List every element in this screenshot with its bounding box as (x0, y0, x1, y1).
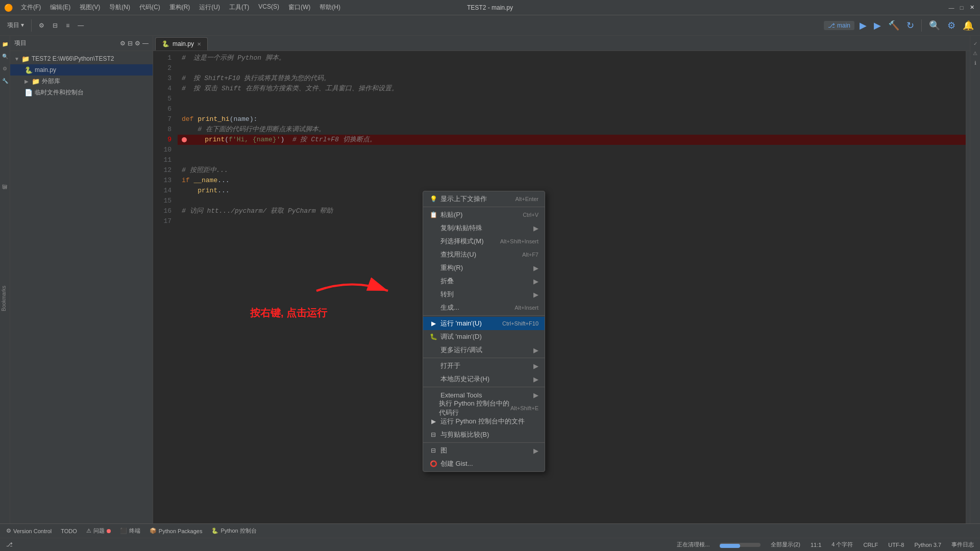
tree-item-scratches[interactable]: 📄 临时文件和控制台 (10, 87, 153, 98)
ctx-item-more-run[interactable]: 更多运行/调试 ▶ (423, 343, 545, 357)
ctx-item-git[interactable]: ⊟ 图 ▶ (423, 444, 545, 457)
ctx-item-paste-special[interactable]: 复制/粘贴特殊 ▶ (423, 221, 545, 235)
red-arrow-svg (311, 276, 393, 306)
ctx-item-open-in[interactable]: 打开于 ▶ (423, 359, 545, 372)
code-editor[interactable]: 1 2 3 4 5 6 7 8 9 10 11 12 13 14 15 16 1… (153, 51, 970, 523)
left-icon-bar: 📁 🔍 ⚙ 🔧 (0, 36, 10, 523)
window-title: TEST2 - main.py (467, 4, 513, 11)
console-icon: 🐍 (211, 528, 218, 534)
menu-help[interactable]: 帮助(H) (315, 2, 345, 13)
ctx-item-show-context-actions[interactable]: 💡 显示上下文操作 Alt+Enter (423, 192, 545, 206)
ctx-label-compare: 与剪贴板比较(B) (440, 430, 489, 439)
folder-icon: 📁 (21, 55, 30, 63)
tree-settings-btn[interactable]: ⚙ (135, 40, 140, 47)
ctx-item-paste[interactable]: 📋 粘贴(P) Ctrl+V (423, 208, 545, 221)
status-git-icon[interactable]: ⎇ (4, 541, 15, 548)
ctx-arrow-3: ▶ (533, 224, 538, 232)
left-icon-3[interactable]: ⚙ (1, 64, 9, 72)
tab-version-control[interactable]: ⚙ Version Control (2, 525, 56, 537)
menu-navigate[interactable]: 导航(N) (105, 2, 134, 13)
ctx-item-debug-main[interactable]: 🐛 调试 'main'(D) (423, 330, 545, 343)
ctx-label-goto: 转到 (440, 290, 454, 299)
tab-python-packages[interactable]: 📦 Python Packages (145, 525, 207, 537)
code-content[interactable]: # 这是一个示例 Python 脚本。 # 按 Shift+F10 执行或将其替… (178, 51, 966, 523)
right-icon-2[interactable]: ⚠ (972, 49, 978, 57)
python-console-label: Python 控制台 (220, 527, 256, 535)
toolbar-settings-btn[interactable]: ⚙ (36, 20, 47, 31)
tree-collapse-btn[interactable]: — (142, 40, 149, 47)
menu-edit[interactable]: 编辑(E) (46, 2, 75, 13)
ctx-item-compare-clipboard[interactable]: ⊟ 与剪贴板比较(B) (423, 428, 545, 441)
tab-problems[interactable]: ⚠ 问题 (82, 525, 115, 537)
tab-python-console[interactable]: 🐍 Python 控制台 (207, 525, 260, 537)
ctx-item-run-python-file[interactable]: ▶ 运行 Python 控制台中的文件 (423, 415, 545, 428)
ctx-item-exec-in-python[interactable]: 执行 Python 控制台中的代码行 Alt+Shift+E (423, 402, 545, 415)
right-icon-3[interactable]: ℹ (973, 59, 977, 67)
ctx-item-run-main[interactable]: ▶ 运行 'main'(U) Ctrl+Shift+F10 (423, 317, 545, 330)
ctx-item-find-usages[interactable]: 查找用法(U) Alt+F7 (423, 248, 545, 261)
tree-gear-btn[interactable]: ⚙ (120, 40, 126, 47)
run-button[interactable]: ▶ (857, 20, 869, 31)
status-indexing: 正在清理根... (675, 540, 712, 549)
tab-todo[interactable]: TODO (57, 525, 81, 537)
status-all-warnings[interactable]: 全部显示(2) (769, 540, 802, 549)
ctx-arrow-ext: ▶ (533, 391, 538, 399)
toolbar-settings2-btn[interactable]: ⚙ (945, 20, 958, 31)
left-icon-4[interactable]: 🔧 (1, 77, 9, 85)
tab-close-btn[interactable]: ✕ (197, 41, 201, 47)
status-line-sep[interactable]: CRLF (862, 541, 880, 548)
ctx-shortcut-run: Ctrl+Shift+F10 (502, 320, 538, 327)
left-icon-1[interactable]: 📁 (1, 40, 9, 48)
vertical-scrollbar[interactable] (966, 51, 970, 523)
close-button[interactable]: ✕ (968, 4, 976, 12)
menu-tools[interactable]: 工具(T) (225, 2, 253, 13)
build-button[interactable]: 🔨 (886, 20, 901, 31)
tree-item-main-py[interactable]: 🐍 main.py (10, 64, 153, 76)
ctx-item-fold[interactable]: 折叠 ▶ (423, 274, 545, 288)
tree-item-test2[interactable]: ▼ 📁 TEST2 E:\W66\Python\TEST2 (10, 53, 153, 64)
ctx-arrow-openin: ▶ (533, 362, 538, 370)
menu-window[interactable]: 窗口(W) (284, 2, 314, 13)
code-line-10 (178, 145, 966, 155)
ctx-label-debug-main: 调试 'main'(D) (440, 332, 482, 341)
notification-btn[interactable]: 🔔 (961, 20, 976, 31)
ctx-item-generate[interactable]: 生成... Alt+Insert (423, 301, 545, 314)
branch-name: main (837, 22, 850, 29)
status-encoding[interactable]: UTF-8 (886, 541, 906, 548)
ctx-label-history: 本地历史记录(H) (440, 374, 489, 384)
ctx-item-refactor[interactable]: 重构(R) ▶ (423, 261, 545, 274)
ctx-shortcut-find: Alt+F7 (522, 252, 538, 258)
toolbar-collapse-btn[interactable]: — (75, 20, 87, 31)
tree-item-external[interactable]: ▶ 📁 外部库 (10, 76, 153, 87)
tab-main-py[interactable]: 🐍 main.py ✕ (155, 37, 208, 51)
menu-file[interactable]: 文件(F) (17, 2, 45, 13)
menu-vcs[interactable]: VCS(S) (254, 2, 283, 13)
minimize-button[interactable]: — (947, 4, 955, 12)
ctx-item-local-history[interactable]: 本地历史记录(H) ▶ (423, 372, 545, 386)
toolbar-split-btn[interactable]: ⊟ (50, 20, 61, 31)
update-button[interactable]: ↻ (904, 20, 916, 31)
code-line-11 (178, 155, 966, 165)
ctx-item-goto[interactable]: 转到 ▶ (423, 288, 545, 301)
left-icon-2[interactable]: 🔍 (1, 52, 9, 60)
debug-button[interactable]: ▶ (872, 20, 883, 31)
status-python-version[interactable]: Python 3.7 (912, 541, 943, 548)
menu-code[interactable]: 代码(C) (135, 2, 164, 13)
tree-label-test2: TEST2 E:\W66\Python\TEST2 (32, 55, 114, 62)
ctx-item-create-gist[interactable]: ⭕ 创建 Gist... (423, 457, 545, 470)
tree-layout-btn[interactable]: ⊟ (128, 40, 133, 47)
menu-refactor[interactable]: 重构(R) (165, 2, 194, 13)
menu-run[interactable]: 运行(U) (195, 2, 224, 13)
ctx-label-column-select: 列选择模式(M) (440, 237, 484, 246)
branch-badge[interactable]: ⎇ main (824, 21, 854, 30)
ctx-item-column-select[interactable]: 列选择模式(M) Alt+Shift+Insert (423, 235, 545, 248)
search-everywhere-btn[interactable]: 🔍 (927, 20, 942, 31)
tab-terminal[interactable]: ⬛ 终端 (116, 525, 144, 537)
status-cursor[interactable]: 11:1 (808, 541, 823, 548)
maximize-button[interactable]: □ (958, 4, 966, 12)
toolbar-menu-btn[interactable]: ≡ (63, 20, 72, 31)
right-icon-1[interactable]: ✓ (972, 40, 978, 47)
status-event-log[interactable]: 事件日志 (949, 540, 976, 549)
menu-view[interactable]: 视图(V) (76, 2, 104, 13)
code-paren: ( (230, 114, 234, 124)
